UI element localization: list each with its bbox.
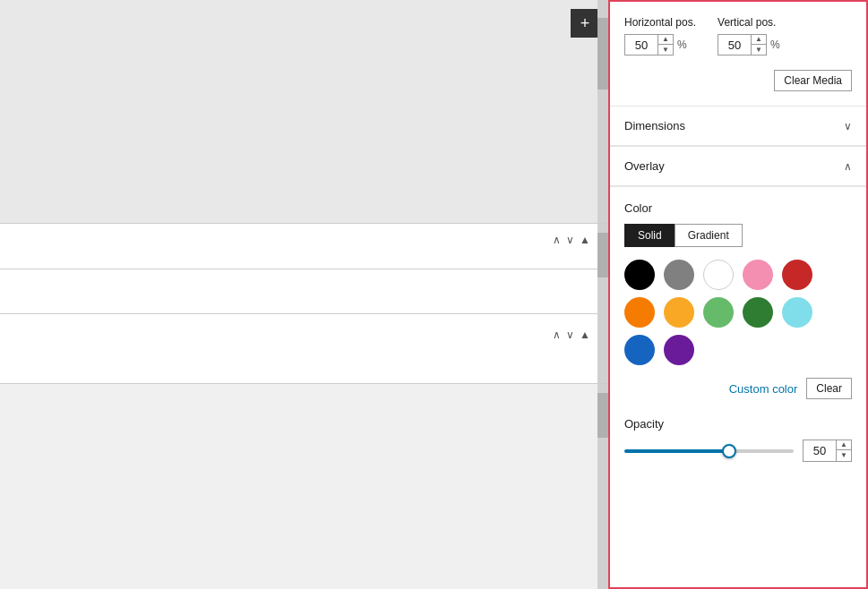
horizontal-spinner-up[interactable]: ▲ <box>658 35 673 45</box>
horizontal-input-wrap: ▲ ▼ <box>624 34 674 55</box>
clear-media-row: Clear Media <box>624 70 852 91</box>
opacity-slider-track <box>624 449 794 453</box>
overlay-chevron-icon: ∧ <box>844 160 852 173</box>
color-section-label: Color <box>624 201 852 215</box>
opacity-input-wrap: ▲ ▼ <box>803 440 852 462</box>
opacity-spinner-up[interactable]: ▲ <box>837 440 851 450</box>
scrollbar-track[interactable] <box>597 0 608 223</box>
gradient-toggle-button[interactable]: Gradient <box>675 224 743 247</box>
opacity-slider-wrap[interactable] <box>624 442 794 460</box>
color-type-toggle: Solid Gradient <box>624 224 852 247</box>
horizontal-pos-label: Horizontal pos. <box>624 16 696 29</box>
position-row: Horizontal pos. ▲ ▼ % Vertical pos. <box>624 16 852 55</box>
horizontal-spinner-down[interactable]: ▼ <box>658 45 673 55</box>
vertical-spinner-down[interactable]: ▼ <box>752 45 766 55</box>
color-swatches <box>624 260 852 365</box>
canvas-bottom <box>0 384 608 589</box>
overlay-header[interactable]: Overlay ∧ <box>610 147 866 186</box>
vertical-pos-label: Vertical pos. <box>718 16 780 29</box>
color-swatch-light-green[interactable] <box>703 297 734 328</box>
scrollbar-thumb-bottom[interactable] <box>597 393 608 438</box>
color-swatch-light-blue[interactable] <box>782 297 812 328</box>
scrollbar-thumb-middle[interactable] <box>597 233 608 277</box>
horizontal-spinner: ▲ ▼ <box>657 35 673 55</box>
color-swatch-pink[interactable] <box>743 260 773 290</box>
solid-toggle-button[interactable]: Solid <box>624 224 675 247</box>
vertical-input-row: ▲ ▼ % <box>718 34 780 55</box>
vertical-spinner: ▲ ▼ <box>751 35 766 55</box>
vertical-pos-group: Vertical pos. ▲ ▼ % <box>718 16 780 55</box>
up-triangle-icon-2[interactable]: ▲ <box>580 329 590 340</box>
color-row-2 <box>624 297 852 328</box>
up-triangle-icon[interactable]: ▲ <box>580 235 590 245</box>
opacity-input[interactable] <box>804 440 836 461</box>
color-swatch-white[interactable] <box>703 260 734 290</box>
dimensions-section: Dimensions ∨ <box>610 107 866 147</box>
clear-media-button[interactable]: Clear Media <box>774 70 852 91</box>
opacity-spinner: ▲ ▼ <box>836 440 851 461</box>
color-swatch-blue[interactable] <box>624 335 655 365</box>
color-swatch-purple[interactable] <box>664 335 694 365</box>
color-swatch-black[interactable] <box>624 260 655 290</box>
vertical-spinner-up[interactable]: ▲ <box>752 35 766 45</box>
color-swatch-gray[interactable] <box>664 260 694 290</box>
dimensions-chevron-icon: ∨ <box>844 120 852 132</box>
color-swatch-orange[interactable] <box>624 297 655 328</box>
down-chevron-icon-2[interactable]: ∨ <box>566 329 574 340</box>
vertical-input-wrap: ▲ ▼ <box>718 34 767 55</box>
overlay-header-section: Overlay ∧ <box>610 147 866 187</box>
up-chevron-icon-2[interactable]: ∧ <box>553 329 561 340</box>
add-button[interactable]: + <box>571 9 599 38</box>
color-row-3 <box>624 335 852 365</box>
down-chevron-icon[interactable]: ∨ <box>566 235 574 245</box>
color-actions-row: Custom color Clear <box>624 378 852 399</box>
vertical-pos-input[interactable] <box>718 35 751 55</box>
color-swatch-green[interactable] <box>743 297 773 328</box>
scrollbar-thumb[interactable] <box>597 18 608 90</box>
left-panel: + ∧ ∨ ▲ ∧ ∨ ▲ <box>0 0 608 589</box>
row-controls-top: ∧ ∨ ▲ <box>553 235 590 245</box>
opacity-spinner-down[interactable]: ▼ <box>837 450 851 460</box>
overlay-section: Color Solid Gradient <box>610 187 866 476</box>
color-swatch-red[interactable] <box>782 260 812 290</box>
color-row-1 <box>624 260 852 290</box>
up-chevron-icon[interactable]: ∧ <box>553 235 561 245</box>
custom-color-link[interactable]: Custom color <box>729 382 798 396</box>
right-panel: Horizontal pos. ▲ ▼ % Vertical pos. <box>608 0 868 589</box>
horizontal-pos-group: Horizontal pos. ▲ ▼ % <box>624 16 696 55</box>
scrollbar-track-middle[interactable] <box>597 224 608 383</box>
dimensions-header[interactable]: Dimensions ∨ <box>610 107 866 146</box>
row-controls-bottom: ∧ ∨ ▲ <box>553 329 590 340</box>
opacity-row: ▲ ▼ <box>624 440 852 462</box>
vertical-unit: % <box>770 38 780 51</box>
horizontal-input-row: ▲ ▼ % <box>624 34 696 55</box>
opacity-label: Opacity <box>624 417 852 431</box>
clear-color-button[interactable]: Clear <box>806 378 852 399</box>
canvas-top: + <box>0 0 608 223</box>
color-swatch-yellow[interactable] <box>664 297 694 328</box>
divider-1 <box>0 269 608 269</box>
divider-2 <box>0 313 608 314</box>
scrollbar-track-bottom[interactable] <box>597 384 608 589</box>
horizontal-pos-input[interactable] <box>625 35 657 55</box>
overlay-label: Overlay <box>624 159 665 173</box>
canvas-middle: ∧ ∨ ▲ ∧ ∨ ▲ <box>0 223 608 384</box>
horizontal-unit: % <box>677 38 687 51</box>
dimensions-label: Dimensions <box>624 119 685 132</box>
position-section: Horizontal pos. ▲ ▼ % Vertical pos. <box>610 2 866 107</box>
opacity-slider-thumb[interactable] <box>722 444 736 458</box>
